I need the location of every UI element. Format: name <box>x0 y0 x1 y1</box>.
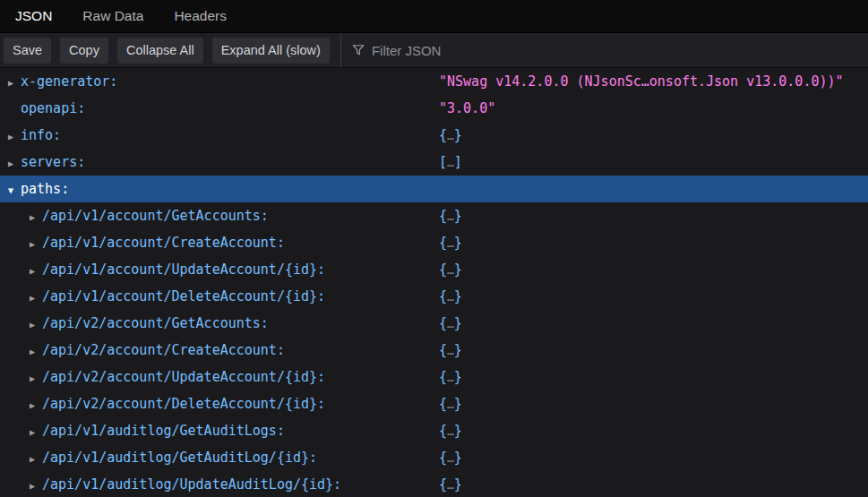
json-summary-value: {…} <box>439 471 462 497</box>
json-string-value: "3.0.0" <box>439 95 495 122</box>
twisty-collapsed-icon[interactable]: ▶ <box>30 446 42 473</box>
tab-raw-data[interactable]: Raw Data <box>67 0 159 32</box>
json-row[interactable]: ▶/api/v1/account/GetAccounts:{…} <box>0 202 868 229</box>
json-row[interactable]: ▶/api/v2/account/GetAccounts:{…} <box>0 310 868 337</box>
json-key: /api/v2/account/DeleteAccount/{id}: <box>42 396 325 412</box>
json-summary-value: {…} <box>439 364 462 391</box>
json-row[interactable]: openapi:"3.0.0" <box>0 95 868 122</box>
json-key: /api/v1/account/CreateAccount: <box>42 235 285 251</box>
json-summary-value: {…} <box>439 229 462 257</box>
collapse-all-button[interactable]: Collapse All <box>117 38 203 64</box>
json-key: /api/v1/auditlog/GetAuditLogs: <box>42 423 285 439</box>
tab-json[interactable]: JSON <box>0 0 67 32</box>
tab-json-label: JSON <box>15 8 52 24</box>
twisty-collapsed-icon[interactable]: ▶ <box>30 312 42 338</box>
funnel-icon <box>352 44 365 56</box>
json-row[interactable]: ▼paths: <box>0 176 868 202</box>
twisty-collapsed-icon[interactable]: ▶ <box>8 124 21 150</box>
json-key: servers: <box>21 154 85 170</box>
copy-button[interactable]: Copy <box>60 38 108 64</box>
json-key: /api/v2/account/GetAccounts: <box>42 315 269 331</box>
json-summary-value: {…} <box>439 444 462 472</box>
filter-placeholder: Filter JSON <box>372 43 442 58</box>
json-key: paths: <box>21 181 69 197</box>
json-summary-value: {…} <box>439 417 462 445</box>
json-key: x-generator: <box>21 73 117 90</box>
json-string-value: "NSwag v14.2.0.0 (NJsonSc…onsoft.Json v1… <box>439 68 844 95</box>
json-summary-value: {…} <box>439 337 462 364</box>
json-summary-value: {…} <box>439 256 462 284</box>
twisty-collapsed-icon[interactable]: ▶ <box>30 258 42 285</box>
json-key: /api/v1/account/UpdateAccount/{id}: <box>42 261 325 278</box>
expand-all-button[interactable]: Expand All (slow) <box>212 38 330 64</box>
json-key: /api/v1/auditlog/UpdateAuditLog/{id}: <box>42 476 341 493</box>
tab-raw-data-label: Raw Data <box>82 8 143 24</box>
json-tree: ▶x-generator:"NSwag v14.2.0.0 (NJsonSc…o… <box>0 68 868 497</box>
json-row[interactable]: ▶info:{…} <box>0 122 868 149</box>
json-key: /api/v1/account/DeleteAccount/{id}: <box>42 288 325 304</box>
save-button[interactable]: Save <box>4 38 51 64</box>
json-row[interactable]: ▶/api/v2/account/CreateAccount:{…} <box>0 337 868 364</box>
twisty-collapsed-icon[interactable]: ▶ <box>30 338 42 365</box>
json-row[interactable]: ▶/api/v1/auditlog/GetAuditLog/{id}:{…} <box>0 444 868 471</box>
json-summary-value: {…} <box>439 310 462 338</box>
json-row[interactable]: ▶/api/v2/account/DeleteAccount/{id}:{…} <box>0 390 868 417</box>
json-key: /api/v1/auditlog/GetAuditLog/{id}: <box>42 450 317 466</box>
json-toolbar: Save Copy Collapse All Expand All (slow)… <box>0 32 868 68</box>
twisty-collapsed-icon[interactable]: ▶ <box>30 204 42 231</box>
twisty-collapsed-icon[interactable]: ▶ <box>30 473 42 497</box>
twisty-collapsed-icon[interactable]: ▶ <box>30 419 42 446</box>
twisty-collapsed-icon[interactable]: ▶ <box>30 392 42 419</box>
json-summary-value: {…} <box>439 122 462 150</box>
json-summary-value: {…} <box>439 390 462 418</box>
twisty-collapsed-icon[interactable]: ▶ <box>8 70 21 97</box>
json-row[interactable]: ▶/api/v2/account/UpdateAccount/{id}:{…} <box>0 364 868 390</box>
twisty-expanded-icon[interactable]: ▼ <box>8 177 21 204</box>
json-summary-value: {…} <box>439 202 462 230</box>
filter-json-input[interactable]: Filter JSON <box>352 43 868 58</box>
twisty-collapsed-icon[interactable]: ▶ <box>30 365 42 392</box>
tab-headers-label: Headers <box>174 8 227 24</box>
viewer-tab-bar: JSON Raw Data Headers <box>0 0 868 32</box>
json-key: /api/v1/account/GetAccounts: <box>42 208 269 224</box>
tab-headers[interactable]: Headers <box>159 0 242 32</box>
json-key: openapi: <box>21 100 85 116</box>
toolbar-separator <box>340 33 341 67</box>
json-row[interactable]: ▶servers:[…] <box>0 149 868 176</box>
json-row[interactable]: ▶/api/v1/account/UpdateAccount/{id}:{…} <box>0 256 868 283</box>
json-row[interactable]: ▶/api/v1/account/CreateAccount:{…} <box>0 229 868 256</box>
json-key: info: <box>21 127 61 143</box>
json-row[interactable]: ▶/api/v1/auditlog/UpdateAuditLog/{id}:{…… <box>0 471 868 497</box>
twisty-collapsed-icon[interactable]: ▶ <box>30 285 42 312</box>
json-row[interactable]: ▶x-generator:"NSwag v14.2.0.0 (NJsonSc…o… <box>0 68 868 95</box>
twisty-collapsed-icon[interactable]: ▶ <box>8 150 21 177</box>
twisty-collapsed-icon[interactable]: ▶ <box>30 231 42 258</box>
json-key: /api/v2/account/UpdateAccount/{id}: <box>42 369 325 385</box>
json-key: /api/v2/account/CreateAccount: <box>42 342 285 358</box>
json-summary-value: {…} <box>439 283 462 311</box>
json-summary-value: […] <box>439 149 462 176</box>
json-row[interactable]: ▶/api/v1/auditlog/GetAuditLogs:{…} <box>0 417 868 444</box>
json-row[interactable]: ▶/api/v1/account/DeleteAccount/{id}:{…} <box>0 283 868 310</box>
